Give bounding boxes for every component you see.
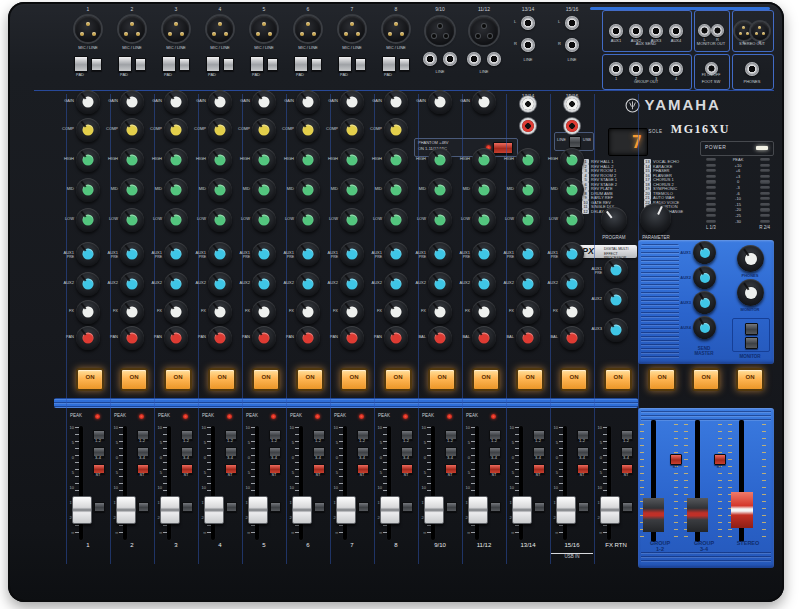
pfl-switch[interactable] — [358, 502, 369, 512]
assign-switch-label: ST — [178, 473, 194, 477]
hpf-switch[interactable] — [355, 58, 366, 71]
high-knob[interactable] — [560, 148, 584, 172]
gain-knob[interactable] — [472, 90, 496, 114]
aux1-knob[interactable] — [604, 258, 628, 282]
pfl-switch[interactable] — [182, 502, 193, 512]
send-master-aux1-knob[interactable] — [693, 241, 716, 264]
channel-on-button[interactable]: ON — [560, 368, 588, 391]
pad-switch[interactable] — [294, 56, 308, 72]
send-master-aux4-knob[interactable] — [693, 316, 716, 339]
channel-on-button[interactable]: ON — [428, 368, 456, 391]
hpf-switch[interactable] — [179, 58, 190, 71]
channel-on-button[interactable]: ON — [208, 368, 236, 391]
pad-switch[interactable] — [382, 56, 396, 72]
hpf-switch[interactable] — [223, 58, 234, 71]
fader-channel-label: 7 — [330, 542, 374, 548]
parameter-knob[interactable] — [640, 203, 671, 234]
hpf-switch[interactable] — [135, 58, 146, 71]
channel-fader[interactable] — [204, 496, 224, 524]
pfl-switch[interactable] — [138, 502, 149, 512]
aux2-knob[interactable] — [604, 288, 628, 312]
fader-scale-value: 5 — [414, 441, 426, 445]
xlr-pin — [262, 22, 266, 26]
aux1-knob[interactable] — [560, 242, 584, 266]
channel-on-button[interactable]: ON — [692, 368, 720, 391]
mid-knob[interactable] — [560, 178, 584, 202]
channel-fader[interactable] — [160, 496, 180, 524]
pfl-switch[interactable] — [534, 502, 545, 512]
strip-separator — [638, 94, 639, 564]
assign-switch-label: 3-4 — [530, 456, 546, 460]
pad-switch[interactable] — [338, 56, 352, 72]
pfl-switch[interactable] — [490, 502, 501, 512]
comp-knob[interactable] — [384, 118, 408, 142]
send-master-aux2-knob[interactable] — [693, 266, 716, 289]
knob-label: MID — [360, 187, 382, 191]
group-fader[interactable] — [643, 498, 664, 532]
channel-fader[interactable] — [72, 496, 92, 524]
pfl-switch[interactable] — [226, 502, 237, 512]
pfl-switch[interactable] — [402, 502, 413, 512]
pfl-switch[interactable] — [446, 502, 457, 512]
pad-switch[interactable] — [250, 56, 264, 72]
line-input-jack-left — [467, 52, 481, 66]
pad-switch[interactable] — [162, 56, 176, 72]
hpf-switch[interactable] — [399, 58, 410, 71]
channel-on-button[interactable]: ON — [604, 368, 632, 391]
channel-fader[interactable] — [116, 496, 136, 524]
pfl-switch[interactable] — [578, 502, 589, 512]
channel-fader[interactable] — [600, 496, 620, 524]
xlr-pin — [488, 34, 492, 38]
program-knob[interactable] — [601, 207, 627, 233]
peak-label: PEAK — [466, 414, 478, 419]
phones-level-knob[interactable] — [737, 245, 764, 272]
hpf-switch[interactable] — [267, 58, 278, 71]
meter-segment-right — [760, 158, 770, 161]
pfl-switch[interactable] — [94, 502, 105, 512]
knob-label: AUX2 — [448, 281, 470, 285]
send-master-aux3-knob[interactable] — [693, 291, 716, 314]
monitor-select-switch-1[interactable] — [745, 323, 758, 335]
channel-on-button[interactable]: ON — [472, 368, 500, 391]
low-knob[interactable] — [560, 208, 584, 232]
monitor-level-knob[interactable] — [737, 279, 764, 306]
pfl-switch[interactable] — [622, 502, 633, 512]
channel-fader[interactable] — [512, 496, 532, 524]
assign-switch-label: 1-2 — [266, 439, 282, 443]
channel-fader[interactable] — [292, 496, 312, 524]
channel-on-button[interactable]: ON — [648, 368, 676, 391]
channel-on-button[interactable]: ON — [736, 368, 764, 391]
channel-on-button[interactable]: ON — [164, 368, 192, 391]
channel-fader[interactable] — [468, 496, 488, 524]
group-fader[interactable] — [687, 498, 708, 532]
channel-on-button[interactable]: ON — [120, 368, 148, 391]
line-usb-switch[interactable] — [569, 136, 581, 148]
channel-fader[interactable] — [556, 496, 576, 524]
monitor-select-switch-2[interactable] — [745, 337, 758, 349]
pfl-switch[interactable] — [314, 502, 325, 512]
phantom-switch[interactable] — [493, 142, 513, 154]
channel-on-button[interactable]: ON — [516, 368, 544, 391]
pfl-switch[interactable] — [270, 502, 281, 512]
pad-switch[interactable] — [74, 56, 88, 72]
input-channel-number: 5 — [249, 7, 279, 12]
output-jack — [745, 62, 759, 76]
hpf-switch[interactable] — [311, 58, 322, 71]
channel-fader[interactable] — [380, 496, 400, 524]
pad-switch[interactable] — [118, 56, 132, 72]
channel-fader[interactable] — [248, 496, 268, 524]
fx-knob[interactable] — [560, 300, 584, 324]
hpf-switch[interactable] — [91, 58, 102, 71]
channel-on-button[interactable]: ON — [384, 368, 412, 391]
fader-scale-value: 5 — [282, 471, 294, 475]
channel-fader[interactable] — [336, 496, 356, 524]
stereo-master-fader[interactable] — [731, 492, 753, 528]
aux3-knob[interactable] — [604, 318, 628, 342]
pad-switch[interactable] — [206, 56, 220, 72]
channel-on-button[interactable]: ON — [252, 368, 280, 391]
channel-fader[interactable] — [424, 496, 444, 524]
channel-on-button[interactable]: ON — [340, 368, 368, 391]
channel-on-button[interactable]: ON — [296, 368, 324, 391]
channel-on-button[interactable]: ON — [76, 368, 104, 391]
knob-label: MID — [96, 187, 118, 191]
